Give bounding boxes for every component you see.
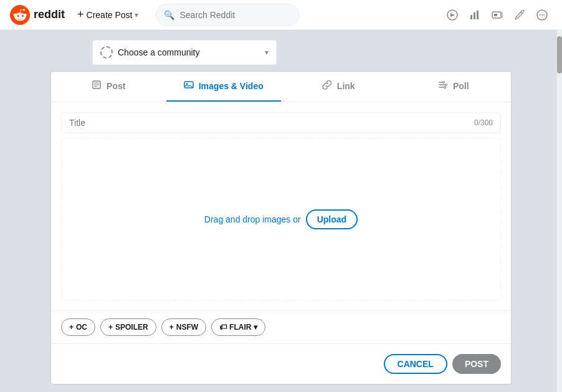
svg-rect-6: [494, 14, 497, 16]
nsfw-label: NSFW: [176, 323, 198, 332]
svg-point-12: [541, 14, 543, 16]
spoiler-tag-button[interactable]: + SPOILER: [100, 318, 156, 336]
page-content: Choose a community ▾ Post: [0, 30, 562, 392]
title-input[interactable]: [69, 118, 474, 128]
action-tags: + OC + SPOILER + NSFW 🏷 FLAIR ▾: [51, 310, 511, 343]
upload-button[interactable]: Upload: [306, 209, 358, 229]
flair-tag-button[interactable]: 🏷 FLAIR ▾: [211, 318, 265, 336]
search-bar[interactable]: 🔍: [156, 4, 300, 26]
link-tab-label: Link: [337, 81, 355, 91]
title-field[interactable]: 0/300: [61, 112, 501, 133]
images-video-tab-label: Images & Video: [199, 81, 264, 91]
nsfw-tag-button[interactable]: + NSFW: [161, 318, 206, 336]
drag-drop-text: Drag and drop images or: [204, 214, 301, 224]
advertise-icon-button[interactable]: [442, 5, 462, 25]
title-counter: 0/300: [474, 118, 493, 127]
poll-tab-icon: [438, 80, 448, 92]
post-card: Post Images & Video: [50, 71, 512, 385]
oc-tag-button[interactable]: + OC: [61, 318, 95, 336]
tab-images-video[interactable]: Images & Video: [166, 72, 282, 102]
charts-icon-button[interactable]: [465, 5, 485, 25]
cancel-button[interactable]: CANCEL: [384, 354, 447, 374]
community-circle-icon: [100, 46, 113, 59]
reddit-wordmark: reddit: [34, 8, 65, 21]
feather-icon: [513, 9, 526, 21]
feather-icon-button[interactable]: [510, 5, 530, 25]
post-button[interactable]: POST: [452, 354, 501, 374]
svg-point-11: [540, 14, 541, 16]
advertise-icon: [446, 9, 459, 21]
spoiler-label: SPOILER: [115, 323, 148, 332]
upload-area[interactable]: Drag and drop images or Upload: [61, 138, 501, 300]
post-footer: CANCEL POST: [51, 343, 511, 384]
oc-plus-icon: +: [69, 323, 74, 332]
community-selector[interactable]: Choose a community ▾: [92, 40, 277, 65]
post-content-area: 0/300 Drag and drop images or Upload: [51, 102, 511, 310]
tab-bar: Post Images & Video: [51, 72, 511, 102]
plus-icon: +: [77, 8, 84, 21]
flair-tag-icon: 🏷: [219, 323, 227, 332]
community-selector-label: Choose a community: [118, 47, 260, 57]
scrollbar-track: [557, 30, 562, 392]
oc-label: OC: [76, 323, 87, 332]
svg-point-24: [445, 84, 447, 86]
images-video-tab-icon: [184, 80, 194, 92]
svg-point-23: [442, 82, 444, 84]
create-post-button[interactable]: + Create Post ▾: [72, 6, 143, 24]
flair-label: FLAIR: [229, 323, 251, 332]
coins-icon: [491, 9, 503, 21]
post-tab-label: Post: [107, 81, 125, 91]
nsfw-plus-icon: +: [169, 323, 174, 332]
chat-icon: [536, 9, 548, 21]
create-post-chevron-icon: ▾: [135, 11, 138, 19]
tab-link[interactable]: Link: [281, 72, 396, 102]
svg-rect-2: [470, 15, 472, 19]
flair-chevron-icon: ▾: [254, 323, 257, 332]
spoiler-plus-icon: +: [108, 323, 113, 332]
post-tab-icon: [92, 80, 102, 92]
svg-rect-4: [477, 11, 479, 19]
charts-icon: [469, 9, 481, 21]
svg-point-13: [543, 14, 545, 16]
chat-icon-button[interactable]: [532, 5, 552, 25]
poll-tab-label: Poll: [453, 81, 469, 91]
logo-area: reddit: [10, 5, 65, 25]
link-tab-icon: [322, 80, 332, 92]
search-icon: 🔍: [164, 10, 174, 20]
nav-icons: [442, 5, 552, 25]
navbar: reddit + Create Post ▾ 🔍: [0, 0, 562, 30]
reddit-logo-icon: [10, 5, 30, 25]
svg-rect-3: [474, 12, 475, 19]
tab-post[interactable]: Post: [51, 72, 166, 102]
scrollbar-thumb[interactable]: [557, 36, 562, 74]
coins-icon-button[interactable]: [487, 5, 507, 25]
svg-point-25: [444, 87, 445, 88]
community-chevron-icon: ▾: [265, 48, 269, 57]
tab-poll[interactable]: Poll: [396, 72, 512, 102]
search-input[interactable]: [179, 10, 292, 20]
create-post-label: Create Post: [87, 10, 133, 20]
